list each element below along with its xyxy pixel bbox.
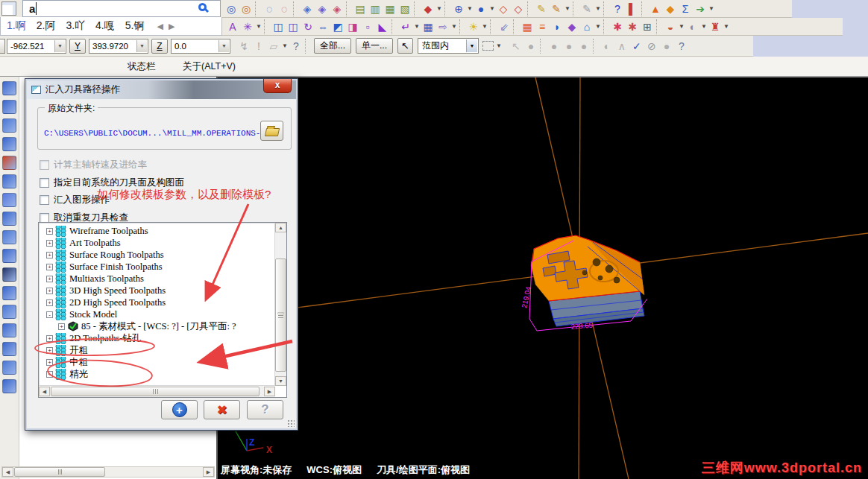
gview-front-icon[interactable]: ▥: [368, 1, 383, 16]
pencils-icon[interactable]: ✎: [549, 1, 564, 16]
chevron-down-icon[interactable]: ▼: [594, 5, 602, 12]
tree-item[interactable]: +精光: [39, 368, 263, 380]
chevron-down-icon[interactable]: ▼: [708, 5, 715, 12]
lightbulb-icon[interactable]: ☀: [466, 19, 481, 34]
chevron-down-icon[interactable]: ▼: [488, 5, 496, 12]
point-style-icon[interactable]: ✳: [240, 19, 255, 34]
selection-window-icon[interactable]: [482, 41, 494, 51]
tree-expander[interactable]: +: [46, 264, 53, 270]
tree-expander[interactable]: +: [46, 240, 53, 247]
array-grid-icon[interactable]: ▦: [421, 19, 435, 34]
gray-circle1-icon[interactable]: ●: [523, 39, 538, 54]
scroll-right-icon[interactable]: ▶: [264, 387, 275, 396]
ime-candidate[interactable]: 3.吖: [66, 19, 85, 33]
analyze-toolpath-icon[interactable]: ▌: [625, 1, 640, 16]
pan-icon[interactable]: ◈: [330, 1, 345, 16]
tree-expander[interactable]: -: [46, 311, 53, 318]
x-coordinate-field[interactable]: -962.521▼: [7, 39, 66, 54]
select-all-button[interactable]: 全部...: [314, 38, 351, 54]
chevron-down-icon[interactable]: ▼: [413, 23, 421, 30]
paint-bucket-icon[interactable]: ◆: [663, 1, 678, 16]
tree-expander[interactable]: +: [46, 252, 53, 258]
tree-item[interactable]: +开粗: [39, 344, 263, 356]
side-tool-6-icon[interactable]: [2, 174, 16, 188]
scroll-right-icon[interactable]: ▶: [203, 467, 214, 477]
chevron-down-icon[interactable]: ▼: [594, 23, 602, 30]
xform-array-icon[interactable]: ▫: [360, 19, 375, 34]
y-axis-button[interactable]: Y: [69, 39, 86, 54]
tree-item[interactable]: -Stock Model: [39, 308, 263, 320]
scroll-left-icon[interactable]: ◀: [2, 467, 13, 477]
help-button[interactable]: ?: [247, 400, 283, 419]
dimension-arrow-icon[interactable]: ⇙: [497, 19, 512, 34]
ok-button[interactable]: +: [161, 400, 198, 419]
rotate-icon[interactable]: ◈: [315, 1, 330, 16]
stats-columns-icon[interactable]: ▲: [648, 1, 663, 16]
scroll-left-icon[interactable]: ◀: [39, 387, 50, 396]
chevron-down-icon[interactable]: ▼: [678, 23, 685, 30]
gray-corner-icon[interactable]: ∧: [614, 39, 629, 54]
pencil-disabled-icon[interactable]: ✎: [579, 1, 594, 16]
ime-candidate[interactable]: 4.嘎: [95, 19, 115, 33]
scrollbar-thumb[interactable]: [51, 387, 260, 396]
chevron-down-icon[interactable]: ▼: [481, 23, 488, 30]
tree-expander[interactable]: +: [46, 371, 53, 378]
scrollbar-thumb[interactable]: [275, 258, 286, 372]
unzoom-80-icon[interactable]: ◌: [277, 1, 292, 16]
chevron-down-icon[interactable]: ▼: [700, 23, 708, 30]
tree-expander[interactable]: +: [58, 323, 65, 330]
cone-icon[interactable]: ◆: [564, 19, 579, 34]
half-surface-icon[interactable]: ◗: [550, 19, 564, 34]
side-tool-11-icon[interactable]: [2, 267, 16, 282]
chevron-down-icon[interactable]: ▼: [255, 23, 262, 30]
chevron-down-icon[interactable]: ▼: [218, 40, 229, 52]
side-tool-4-icon[interactable]: [2, 137, 16, 151]
menu-item-statusbar[interactable]: 状态栏: [128, 60, 156, 73]
stock-display-icon[interactable]: ◒: [663, 19, 678, 34]
checkbox[interactable]: [40, 178, 49, 188]
chevron-down-icon[interactable]: ▼: [564, 5, 571, 12]
xform-offset-icon[interactable]: ◩: [330, 19, 345, 34]
tree-item[interactable]: +2D Toolpaths-钻孔: [39, 332, 263, 344]
gview-back-icon[interactable]: ▧: [397, 1, 412, 16]
close-button[interactable]: x: [263, 79, 292, 93]
xform-translate3d-icon[interactable]: ◫: [286, 19, 301, 34]
side-tool-17-icon[interactable]: [2, 379, 16, 393]
tree-expander[interactable]: +: [46, 276, 53, 282]
help-icon[interactable]: ?: [289, 39, 304, 54]
gray-sphere-icon[interactable]: ◐: [600, 39, 614, 54]
y-coordinate-field[interactable]: 393.9720▼: [89, 39, 148, 54]
tree-item[interactable]: +中粗: [39, 356, 263, 368]
gray-circle4-icon[interactable]: ●: [576, 39, 591, 54]
zoom-window-icon[interactable]: ◎: [224, 1, 239, 16]
xform-translate-icon[interactable]: ◫: [271, 19, 286, 34]
tree-item[interactable]: +Multiaxis Toolpaths: [39, 273, 263, 285]
chevron-down-icon[interactable]: ▼: [450, 23, 458, 30]
new-file-icon[interactable]: [1, 1, 16, 16]
note-style-icon[interactable]: A: [225, 19, 240, 34]
gray-circle5-icon[interactable]: ●: [659, 39, 674, 54]
section-view-icon[interactable]: ◐: [685, 19, 700, 34]
ime-pager-arrows[interactable]: ◀ ▶: [157, 22, 176, 31]
tree-vertical-scrollbar[interactable]: ▲ ▼: [274, 223, 286, 386]
scrollbar-thumb[interactable]: [14, 467, 105, 477]
xform-project-icon[interactable]: ◨: [345, 19, 360, 34]
magnifier-icon[interactable]: [198, 3, 207, 11]
tree-item[interactable]: +Art Toolpaths: [39, 237, 263, 249]
solid-open-icon[interactable]: ◇: [496, 1, 511, 16]
cursor-disabled-icon[interactable]: ▱: [266, 39, 281, 54]
checkbox[interactable]: [40, 160, 49, 170]
z-coordinate-field[interactable]: 0.0▼: [171, 39, 230, 54]
chevron-down-icon[interactable]: ▼: [723, 23, 730, 30]
checkbox[interactable]: [40, 213, 49, 223]
ime-candidate[interactable]: 2.阿: [37, 19, 56, 33]
tree-expander[interactable]: +: [46, 299, 53, 306]
help2-icon[interactable]: ?: [674, 39, 689, 54]
exit-icon[interactable]: ➔: [693, 1, 708, 16]
xform-scale-icon[interactable]: ⇔: [315, 19, 330, 34]
tree-item[interactable]: +2D High Speed Toolpaths: [39, 296, 263, 308]
tree-expander[interactable]: +: [46, 335, 53, 342]
solid-cube-icon[interactable]: ◇: [511, 1, 526, 16]
dynamic-rotate-icon[interactable]: ◈: [300, 1, 315, 16]
machined-part[interactable]: [531, 235, 644, 301]
